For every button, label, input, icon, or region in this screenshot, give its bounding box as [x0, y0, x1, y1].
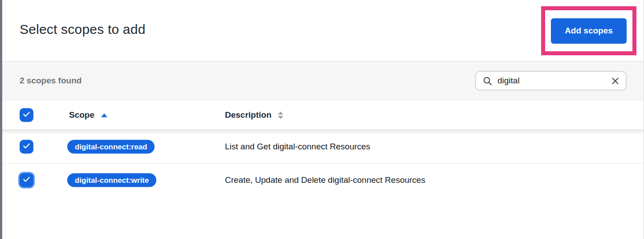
- column-label: Description: [225, 110, 272, 120]
- row-checkbox[interactable]: [20, 173, 33, 187]
- select-all-checkbox[interactable]: [20, 108, 33, 122]
- checkmark-icon: [22, 175, 31, 186]
- annotation-highlight-box: Add scopes: [541, 6, 636, 55]
- results-toolbar: 2 scopes found: [2, 62, 644, 100]
- column-header-scope[interactable]: Scope: [69, 110, 107, 120]
- checkmark-icon: [22, 141, 31, 152]
- row-checkbox[interactable]: [20, 140, 33, 154]
- clear-icon: [611, 77, 620, 85]
- scope-badge: digital-connect:write: [67, 173, 156, 187]
- sort-ascending-icon: [101, 113, 107, 117]
- search-input[interactable]: [497, 76, 606, 86]
- table-row-scope-read[interactable]: digital-connect:read List and Get digita…: [2, 130, 644, 164]
- checkmark-icon: [22, 110, 31, 121]
- column-header-description[interactable]: Description: [225, 110, 283, 120]
- scope-description: Create, Update and Delete digital-connec…: [225, 175, 425, 185]
- add-scopes-button[interactable]: Add scopes: [551, 18, 627, 44]
- scope-badge: digital-connect:read: [67, 140, 155, 154]
- clear-search-button[interactable]: [611, 77, 620, 85]
- page-title: Select scopes to add: [20, 22, 146, 37]
- scope-description: List and Get digital-connect Resources: [225, 142, 370, 152]
- sort-unsorted-icon: [278, 111, 283, 119]
- select-scopes-dialog: Select scopes to add Add scopes 2 scopes…: [0, 0, 644, 239]
- search-icon: [483, 76, 492, 86]
- search-box[interactable]: [475, 71, 627, 91]
- results-count: 2 scopes found: [20, 76, 82, 86]
- column-label: Scope: [69, 110, 94, 120]
- table-row-scope-write[interactable]: digital-connect:write Create, Update and…: [2, 164, 644, 196]
- table-header-row: Scope Description: [2, 101, 644, 130]
